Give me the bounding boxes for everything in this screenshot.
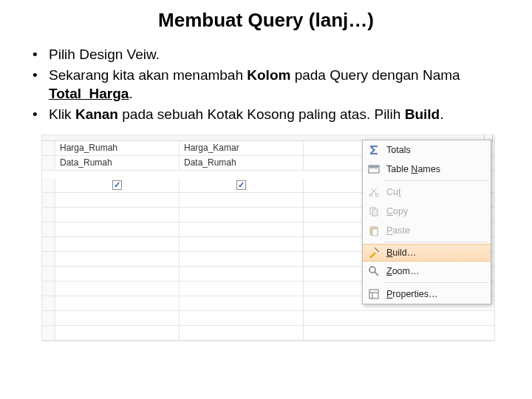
menu-build-label: Build… xyxy=(386,248,416,258)
field-col2[interactable]: Harga_Kamar xyxy=(180,141,304,155)
svg-rect-13 xyxy=(369,290,378,299)
menu-paste[interactable]: Paste xyxy=(363,221,491,240)
screenshot-area: Harga_Rumah Harga_Kamar Data_Rumah Data_… xyxy=(41,134,495,341)
bullet-3-part2: pada sebuah Kotak Kosong paling atas. Pi… xyxy=(118,106,405,122)
svg-rect-8 xyxy=(372,229,378,236)
menu-copy[interactable]: Copy xyxy=(363,202,491,221)
paste-icon xyxy=(367,224,381,237)
bullet-1-text: Pilih Design Veiw. xyxy=(49,47,160,62)
context-menu: Totals XYZ Table Names Cut Copy Paste xyxy=(362,140,491,304)
menu-tablenames-label: Table Names xyxy=(386,164,440,174)
svg-rect-6 xyxy=(372,209,378,216)
svg-point-12 xyxy=(369,267,375,273)
bullet-2-bold1: Kolom xyxy=(247,67,290,83)
zoom-icon xyxy=(367,265,381,278)
menu-separator xyxy=(383,242,488,242)
svg-point-3 xyxy=(369,194,372,197)
svg-point-9 xyxy=(376,249,378,250)
bullet-2-part3: . xyxy=(129,86,132,101)
svg-point-11 xyxy=(375,248,376,249)
menu-cut-label: Cut xyxy=(386,187,400,197)
menu-totals-label: Totals xyxy=(386,145,411,155)
slide-title: Membuat Query (lanj…) xyxy=(22,9,510,32)
menu-properties[interactable]: Properties… xyxy=(363,284,491,304)
menu-zoom[interactable]: Zoom… xyxy=(363,262,491,281)
show-col1[interactable] xyxy=(55,178,180,192)
bullet-2: Sekarang kita akan menambah Kolom pada Q… xyxy=(33,66,510,103)
table-col1[interactable]: Data_Rumah xyxy=(55,156,180,170)
bullet-2-bold2: Total_Harga xyxy=(49,86,129,101)
menu-properties-label: Properties… xyxy=(386,289,437,299)
menu-separator xyxy=(383,180,488,181)
checkbox-icon[interactable] xyxy=(112,180,122,190)
row-selector[interactable] xyxy=(42,178,55,192)
row-selector[interactable] xyxy=(42,141,55,155)
copy-icon xyxy=(367,205,381,218)
sigma-icon xyxy=(367,143,381,157)
table-names-icon: XYZ xyxy=(367,163,381,176)
row-selector[interactable] xyxy=(42,156,55,170)
bullet-1: Pilih Design Veiw. xyxy=(33,45,510,64)
checkbox-icon[interactable] xyxy=(236,180,246,190)
menu-zoom-label: Zoom… xyxy=(386,266,419,276)
show-col2[interactable] xyxy=(180,178,304,192)
table-col2[interactable]: Data_Rumah xyxy=(180,156,304,170)
bullet-list: Pilih Design Veiw. Sekarang kita akan me… xyxy=(22,45,510,124)
properties-icon xyxy=(367,287,381,301)
bullet-3-part3: . xyxy=(440,106,443,122)
scissors-icon xyxy=(367,185,381,199)
bullet-3-part1: Klik xyxy=(49,106,75,122)
menu-separator xyxy=(383,282,488,283)
menu-cut[interactable]: Cut xyxy=(363,183,491,202)
svg-text:XYZ: XYZ xyxy=(370,166,378,170)
field-col1[interactable]: Harga_Rumah xyxy=(55,141,180,155)
menu-tablenames[interactable]: XYZ Table Names xyxy=(363,160,491,179)
svg-point-10 xyxy=(378,250,379,252)
menu-totals[interactable]: Totals xyxy=(363,140,491,160)
build-icon xyxy=(367,246,381,259)
bullet-3-bold2: Build xyxy=(405,106,440,122)
bullet-2-part1: Sekarang kita akan menambah xyxy=(49,67,247,83)
menu-copy-label: Copy xyxy=(386,206,408,216)
menu-paste-label: Paste xyxy=(386,225,410,236)
bullet-3: Klik Kanan pada sebuah Kotak Kosong pali… xyxy=(33,105,510,124)
menu-build[interactable]: Build… xyxy=(363,244,491,262)
svg-point-4 xyxy=(375,194,378,197)
bullet-3-bold1: Kanan xyxy=(75,106,118,122)
bullet-2-part2: pada Query dengan Nama xyxy=(290,67,460,83)
